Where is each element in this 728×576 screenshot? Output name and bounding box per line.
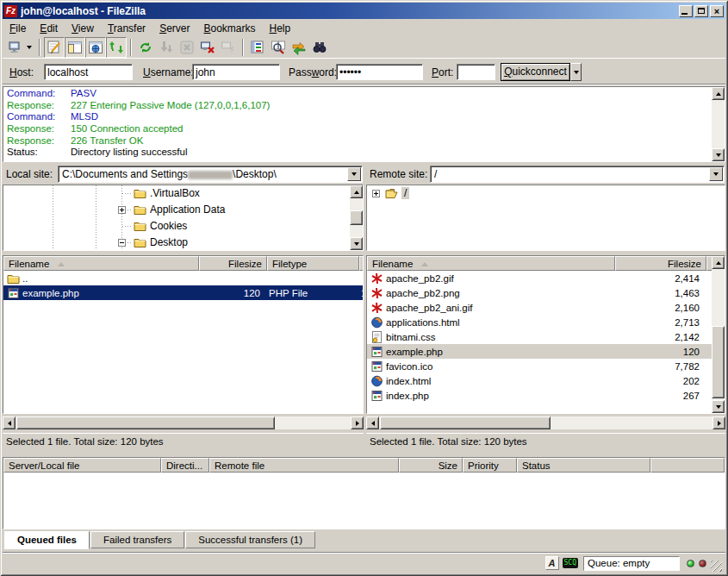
tab-successful-transfers-1-[interactable]: Successful transfers (1) [185,531,315,548]
log-scrollbar-track[interactable] [712,100,725,148]
remote-list-scroll-down-button[interactable] [712,400,725,413]
local-hscrollbar-track[interactable] [16,416,351,429]
local-tree-scrollbar-track[interactable] [350,198,363,237]
close-button[interactable]: × [710,5,724,17]
directory-filters-button[interactable] [247,37,268,58]
menu-view[interactable]: View [65,22,101,35]
file-row[interactable]: example.php120PHP File1 [3,285,363,300]
title-bar[interactable]: Fz john@localhost - FileZilla × [3,3,725,19]
remote-list-scroll-up-button[interactable] [712,256,725,269]
remote-path-dropdown-button[interactable] [709,167,723,181]
expander-plus-icon[interactable] [372,190,380,197]
local-tree-scroll-down-button[interactable] [350,237,363,250]
compare-directories-button[interactable] [268,37,289,58]
quickconnect-dropdown-button[interactable] [570,63,582,81]
column-header-filename[interactable]: Filename [367,256,615,271]
remote-directory-tree: / [366,185,725,251]
toggle-remote-tree-button[interactable] [85,37,106,58]
local-tree-scroll-up-button[interactable] [350,185,363,198]
file-row[interactable]: .. [3,271,363,285]
filezilla-logo-icon: Fz [4,5,17,17]
tree-item-label: / [401,187,409,199]
site-manager-button[interactable] [6,37,35,58]
menu-file[interactable]: File [3,22,33,35]
expander-minus-icon[interactable] [118,239,126,247]
local-tree-scrollbar-thumb[interactable] [350,210,363,225]
tab-failed-transfers[interactable]: Failed transfers [90,531,184,548]
remote-hscrollbar-thumb[interactable] [380,416,551,429]
file-row[interactable]: example.php120 [367,344,725,359]
menu-help[interactable]: Help [263,22,298,35]
file-row[interactable]: index.php267 [367,388,725,403]
file-row[interactable]: applications.html2,713 [367,315,725,329]
remote-list-scrollbar-thumb[interactable] [712,326,725,398]
remote-list-scrollbar-track[interactable] [712,269,725,400]
tree-item[interactable]: Cookies [3,218,363,235]
tree-item[interactable]: Desktop [3,235,363,251]
tree-item[interactable]: Application Data [3,202,363,218]
tab-queued-files[interactable]: Queued files [4,531,90,549]
column-header-filesize[interactable]: Filesize [615,256,706,271]
log-scroll-down-button[interactable] [712,148,725,161]
queue-column-priority[interactable]: Priority [463,458,517,473]
toggle-local-tree-button[interactable] [65,37,85,58]
synchronized-browsing-button[interactable] [289,37,309,58]
data-type-indicator-icon[interactable]: A [545,556,559,570]
folder-icon [134,236,146,248]
maximize-button[interactable] [694,5,708,17]
find-files-button[interactable] [309,37,330,58]
log-line: Response:226 Transfer OK [7,135,725,147]
queue-column-remotefile[interactable]: Remote file [209,458,399,473]
file-name: example.php [3,287,199,299]
column-header-filename[interactable]: Filename [3,256,199,271]
local-path-dropdown-button[interactable] [347,167,361,181]
remote-site-label: Remote site: [366,166,432,183]
column-header-filesize[interactable]: Filesize [199,256,267,271]
port-input[interactable] [457,64,495,80]
queue-column-size[interactable]: Size [399,458,463,473]
column-header-l[interactable]: L [359,256,364,271]
file-row[interactable]: index.html202 [367,373,725,388]
file-row[interactable]: apache_pb2.png1,463 [367,285,725,300]
file-size: 1,463 [615,288,706,298]
local-scroll-right-button[interactable] [351,416,364,429]
queue-column-directi[interactable]: Directi... [161,458,209,473]
local-scroll-left-button[interactable] [3,416,16,429]
tree-item[interactable]: / [367,185,725,202]
disconnect-button[interactable] [197,37,218,58]
tree-item[interactable]: .VirtualBox [3,185,363,202]
toggle-message-log-button[interactable] [44,37,65,58]
menu-bookmarks[interactable]: Bookmarks [196,22,262,35]
toolbar-dropdown-arrow-icon[interactable] [24,39,34,56]
local-path-combo[interactable]: C:\Documents and Settings\Desktop\ [58,166,363,183]
file-row[interactable]: bitnami.css2,142 [367,329,725,344]
local-path-value: C:\Documents and Settings\Desktop\ [62,168,277,180]
remote-scroll-right-button[interactable] [712,416,725,429]
toggle-transfer-queue-button[interactable] [106,37,127,58]
remote-scroll-left-button[interactable] [366,416,379,429]
remote-path-combo[interactable]: / [430,166,725,183]
refresh-button[interactable] [135,37,156,58]
speed-limit-indicator-icon[interactable]: SCQ [563,558,578,568]
open-folder-icon [385,187,398,199]
menu-edit[interactable]: Edit [33,22,65,35]
local-hscrollbar-thumb[interactable] [16,416,275,429]
queue-column-status[interactable]: Status [517,458,650,473]
password-input[interactable] [336,64,423,80]
host-input[interactable] [44,64,133,80]
resize-grip[interactable] [711,560,722,572]
file-row[interactable]: apache_pb2.gif2,414 [367,271,725,285]
log-scroll-up-button[interactable] [712,87,725,100]
expander-plus-icon[interactable] [118,206,126,214]
minimize-button[interactable] [679,5,693,17]
quickconnect-button[interactable]: Quickconnect [501,63,570,81]
username-input[interactable] [192,64,280,80]
menu-server[interactable]: Server [152,22,196,35]
column-header-filetype[interactable]: Filetype [267,256,359,271]
file-row[interactable]: favicon.ico7,782 [367,359,725,373]
remote-hscrollbar-track[interactable] [379,416,712,429]
queue-column-serverlocalfile[interactable]: Server/Local file [3,458,161,473]
password-label: Password: [289,66,337,78]
file-row[interactable]: apache_pb2_ani.gif2,160 [367,300,725,315]
menu-transfer[interactable]: Transfer [101,22,152,35]
